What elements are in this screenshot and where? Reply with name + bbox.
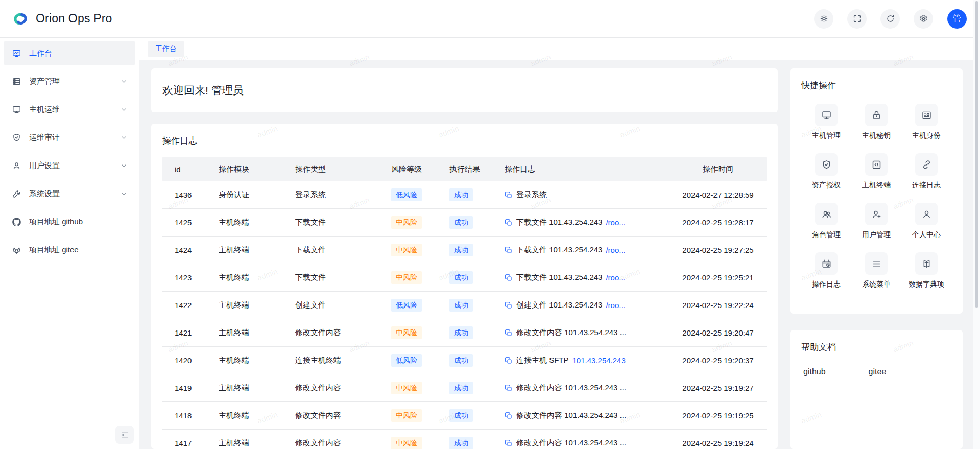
breadcrumb: 工作台 [139,38,980,60]
copy-log-button[interactable] [505,301,513,310]
table-column-header: 风险等级 [391,164,449,174]
scrollbar-thumb[interactable] [975,1,978,308]
shield-check-icon [12,133,21,143]
copy-icon [505,412,513,420]
quick-action-label: 个人中心 [912,230,941,240]
table-column-header: 操作类型 [295,164,391,174]
sidebar-item-wrench[interactable]: 系统设置 [4,181,135,206]
refresh-button[interactable] [880,9,900,29]
log-link[interactable]: /roo... [606,246,625,254]
quick-action-icon-box [915,153,938,176]
quick-action-lock[interactable]: 主机秘钥 [851,104,901,140]
table-row: 1423主机终端下载文件中风险成功下载文件 101.43.254.243 /ro… [162,264,767,292]
dashboard-icon [12,49,21,58]
cell-result: 成功 [449,244,505,256]
help-link-github[interactable]: github [803,367,826,376]
github-icon [12,217,21,227]
cell-module: 主机终端 [219,218,295,227]
cell-risk: 中风险 [391,271,449,283]
copy-log-button[interactable] [505,274,513,282]
copy-log-button[interactable] [505,191,513,199]
copy-log-button[interactable] [505,412,513,420]
log-link[interactable]: /roo... [606,301,625,310]
calendar-clock-icon [821,258,832,269]
header-actions [814,9,933,29]
log-text: 下载文件 101.43.254.243 [516,245,602,255]
log-text: 下载文件 101.43.254.243 [516,273,602,282]
quick-action-book[interactable]: 数据字典项 [901,252,951,289]
quick-action-label: 主机秘钥 [862,131,891,140]
sidebar-item-github[interactable]: 项目地址 github [4,209,135,234]
quick-action-user-group[interactable]: 角色管理 [801,203,851,240]
cell-module: 身份认证 [219,190,295,200]
refresh-icon [886,14,895,23]
cell-log: 登录系统 [505,190,670,200]
cell-log: 修改文件内容 101.43.254.243 ... [505,411,670,420]
quick-action-calendar-clock[interactable]: 操作日志 [801,252,851,289]
main-area: 工作台 欢迎回来! 管理员 操作日志 id操作模块操作类型风险等级执行结果操作日… [139,38,980,449]
quick-action-icon-box [815,104,838,126]
user-avatar[interactable]: 管 [947,9,967,29]
result-tag: 成功 [449,299,473,311]
sidebar-item-shield-check[interactable]: 运维审计 [4,125,135,150]
quick-action-code-square[interactable]: 主机终端 [851,153,901,190]
table-row: 1425主机终端下载文件中风险成功下载文件 101.43.254.243 /ro… [162,209,767,237]
wrench-icon [12,189,21,199]
result-tag: 成功 [449,354,473,366]
copy-icon [505,439,513,447]
quick-action-user-add[interactable]: 用户管理 [851,203,901,240]
operation-log-card: 操作日志 id操作模块操作类型风险等级执行结果操作日志操作时间 1436身份认证… [151,124,778,449]
sidebar-item-label: 主机运维 [29,105,60,114]
sidebar-item-gitee[interactable]: 项目地址 gitee [4,238,135,262]
app-logo[interactable]: Orion Ops Pro [10,9,112,29]
quick-action-desktop[interactable]: 主机管理 [801,104,851,140]
fullscreen-button[interactable] [847,9,867,29]
quick-action-icon-box [915,104,938,126]
quick-action-shield-check[interactable]: 资产授权 [801,153,851,190]
fullscreen-icon [852,14,862,23]
copy-icon [505,191,513,199]
log-link[interactable]: 101.43.254.243 [572,356,626,365]
cell-log: 创建文件 101.43.254.243 /roo... [505,300,670,310]
copy-log-button[interactable] [505,439,513,447]
copy-icon [505,357,513,365]
copy-log-button[interactable] [505,219,513,227]
content: 欢迎回来! 管理员 操作日志 id操作模块操作类型风险等级执行结果操作日志操作时… [139,60,980,449]
risk-tag: 中风险 [391,216,422,228]
help-link-gitee[interactable]: gitee [869,367,887,376]
cell-log: 修改文件内容 101.43.254.243 ... [505,383,670,393]
cell-time: 2024-02-25 19:19:24 [670,439,767,447]
help-docs-card: 帮助文档 githubgitee [790,330,963,449]
sidebar-item-storage[interactable]: 资产管理 [4,69,135,93]
result-tag: 成功 [449,244,473,256]
quick-action-user[interactable]: 个人中心 [901,203,951,240]
copy-log-button[interactable] [505,384,513,392]
log-text: 修改文件内容 101.43.254.243 ... [516,328,626,338]
cell-result: 成功 [449,188,505,201]
breadcrumb-tag-workbench[interactable]: 工作台 [148,41,184,57]
quick-action-link[interactable]: 连接日志 [901,153,951,190]
theme-toggle-button[interactable] [814,9,833,29]
copy-log-button[interactable] [505,357,513,365]
cell-id: 1417 [162,439,219,447]
risk-tag: 中风险 [391,382,422,394]
quick-action-idcard[interactable]: 主机身份 [901,104,951,140]
cell-module: 主机终端 [219,245,295,255]
quick-action-menu[interactable]: 系统菜单 [851,252,901,289]
operation-log-title: 操作日志 [162,135,767,147]
sun-icon [819,14,829,23]
copy-log-button[interactable] [505,246,513,254]
settings-button[interactable] [914,9,933,29]
result-tag: 成功 [449,188,473,201]
log-link[interactable]: /roo... [606,273,625,282]
cell-id: 1425 [162,218,219,227]
table-column-header: 操作日志 [505,164,670,174]
sidebar-item-desktop[interactable]: 主机运维 [4,97,135,122]
log-link[interactable]: /roo... [606,218,625,227]
cell-type: 修改文件内容 [295,328,391,338]
sidebar-item-user[interactable]: 用户设置 [4,153,135,178]
copy-log-button[interactable] [505,329,513,337]
sidebar-item-dashboard[interactable]: 工作台 [4,41,135,65]
chevron-down-icon [120,190,128,198]
sidebar-collapse-button[interactable] [115,426,134,444]
